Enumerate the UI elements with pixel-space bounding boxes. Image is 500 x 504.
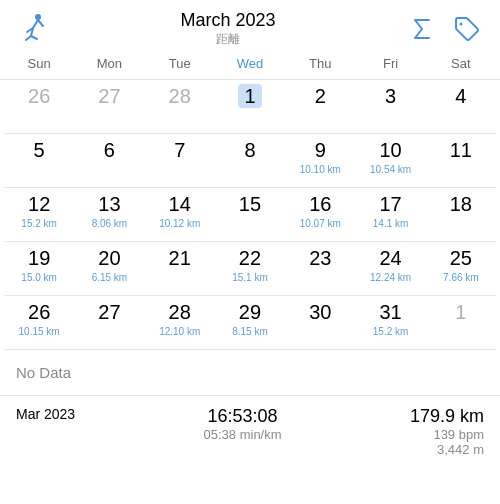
- day-km: 8.06 km: [92, 218, 128, 229]
- weekday-fri: Fri: [355, 52, 425, 75]
- runner-icon[interactable]: [16, 11, 52, 47]
- day-number: 13: [98, 192, 120, 216]
- day-number: 24: [379, 246, 401, 270]
- day-km: 12.10 km: [159, 326, 200, 337]
- day-number: 15: [239, 192, 261, 216]
- day-cell[interactable]: 1: [426, 296, 496, 350]
- day-cell[interactable]: 2812.10 km: [145, 296, 215, 350]
- header: March 2023 距離: [0, 0, 500, 52]
- steps: 3,442 m: [410, 442, 484, 457]
- day-cell[interactable]: 2412.24 km: [355, 242, 425, 296]
- day-cell[interactable]: 206.15 km: [74, 242, 144, 296]
- svg-line-5: [31, 36, 37, 39]
- day-number: 12: [28, 192, 50, 216]
- day-cell[interactable]: 2610.15 km: [4, 296, 74, 350]
- calendar-grid: 26272812345678910.10 km1010.54 km111215.…: [0, 80, 500, 350]
- day-km: 10.07 km: [300, 218, 341, 229]
- pace: 05:38 min/km: [75, 427, 410, 442]
- day-cell[interactable]: 21: [145, 242, 215, 296]
- day-number: 22: [239, 246, 261, 270]
- day-cell[interactable]: 28: [145, 80, 215, 134]
- day-cell[interactable]: 8: [215, 134, 285, 188]
- day-km: 15.2 km: [21, 218, 57, 229]
- day-km: 10.54 km: [370, 164, 411, 175]
- day-cell[interactable]: 27: [74, 296, 144, 350]
- day-cell[interactable]: 6: [74, 134, 144, 188]
- day-cell[interactable]: 7: [145, 134, 215, 188]
- day-cell[interactable]: 1215.2 km: [4, 188, 74, 242]
- day-cell[interactable]: 138.06 km: [74, 188, 144, 242]
- day-number: 17: [379, 192, 401, 216]
- day-cell[interactable]: 23: [285, 242, 355, 296]
- weekday-sat: Sat: [426, 52, 496, 75]
- day-number: 3: [385, 84, 396, 108]
- day-cell[interactable]: 5: [4, 134, 74, 188]
- day-number: 7: [174, 138, 185, 162]
- day-cell[interactable]: 30: [285, 296, 355, 350]
- day-number: 25: [450, 246, 472, 270]
- total-time: 16:53:08: [75, 406, 410, 427]
- month-year: March 2023: [180, 10, 275, 31]
- day-number: 26: [28, 300, 50, 324]
- no-data-label: No Data: [16, 364, 71, 381]
- day-number: 16: [309, 192, 331, 216]
- footer-center: 16:53:08 05:38 min/km: [75, 406, 410, 442]
- day-number: 9: [315, 138, 326, 162]
- day-cell[interactable]: 910.10 km: [285, 134, 355, 188]
- weekday-mon: Mon: [74, 52, 144, 75]
- header-title: March 2023 距離: [180, 10, 275, 48]
- day-km: 6.15 km: [92, 272, 128, 283]
- day-number: 19: [28, 246, 50, 270]
- day-number: 1: [238, 84, 261, 108]
- day-number: 27: [98, 300, 120, 324]
- day-km: 10.12 km: [159, 218, 200, 229]
- day-km: 10.15 km: [19, 326, 60, 337]
- day-cell[interactable]: 3: [355, 80, 425, 134]
- day-cell[interactable]: 11: [426, 134, 496, 188]
- day-cell[interactable]: 2: [285, 80, 355, 134]
- day-cell[interactable]: 27: [74, 80, 144, 134]
- day-cell[interactable]: 15: [215, 188, 285, 242]
- day-cell[interactable]: 3115.2 km: [355, 296, 425, 350]
- day-cell[interactable]: 26: [4, 80, 74, 134]
- weekday-wed: Wed: [215, 52, 285, 75]
- weekday-thu: Thu: [285, 52, 355, 75]
- day-number: 6: [104, 138, 115, 162]
- day-number: 26: [28, 84, 50, 108]
- day-number: 20: [98, 246, 120, 270]
- day-km: 12.24 km: [370, 272, 411, 283]
- day-cell[interactable]: 1: [215, 80, 285, 134]
- sigma-icon[interactable]: [404, 11, 440, 47]
- day-km: 8.15 km: [232, 326, 268, 337]
- day-cell[interactable]: 1010.54 km: [355, 134, 425, 188]
- day-number: 2: [315, 84, 326, 108]
- day-cell[interactable]: 1610.07 km: [285, 188, 355, 242]
- day-cell[interactable]: 298.15 km: [215, 296, 285, 350]
- day-cell[interactable]: 2215.1 km: [215, 242, 285, 296]
- day-number: 31: [379, 300, 401, 324]
- day-km: 7.66 km: [443, 272, 479, 283]
- day-number: 21: [169, 246, 191, 270]
- day-cell[interactable]: 1410.12 km: [145, 188, 215, 242]
- day-number: 23: [309, 246, 331, 270]
- period-label: Mar 2023: [16, 406, 75, 422]
- footer: Mar 2023 16:53:08 05:38 min/km 179.9 km …: [0, 396, 500, 467]
- day-cell[interactable]: 257.66 km: [426, 242, 496, 296]
- weekday-sun: Sun: [4, 52, 74, 75]
- day-cell[interactable]: 18: [426, 188, 496, 242]
- day-cell[interactable]: 1714.1 km: [355, 188, 425, 242]
- day-km: 15.1 km: [232, 272, 268, 283]
- day-number: 1: [455, 300, 466, 324]
- weekday-tue: Tue: [145, 52, 215, 75]
- day-cell[interactable]: 1915.0 km: [4, 242, 74, 296]
- day-number: 8: [244, 138, 255, 162]
- day-km: 15.0 km: [21, 272, 57, 283]
- heart-rate: 139 bpm: [410, 427, 484, 442]
- day-number: 28: [169, 84, 191, 108]
- day-cell[interactable]: 4: [426, 80, 496, 134]
- svg-line-6: [38, 20, 43, 26]
- no-data-section: No Data: [0, 350, 500, 396]
- tag-icon[interactable]: [448, 11, 484, 47]
- day-number: 29: [239, 300, 261, 324]
- footer-period: Mar 2023: [16, 406, 75, 422]
